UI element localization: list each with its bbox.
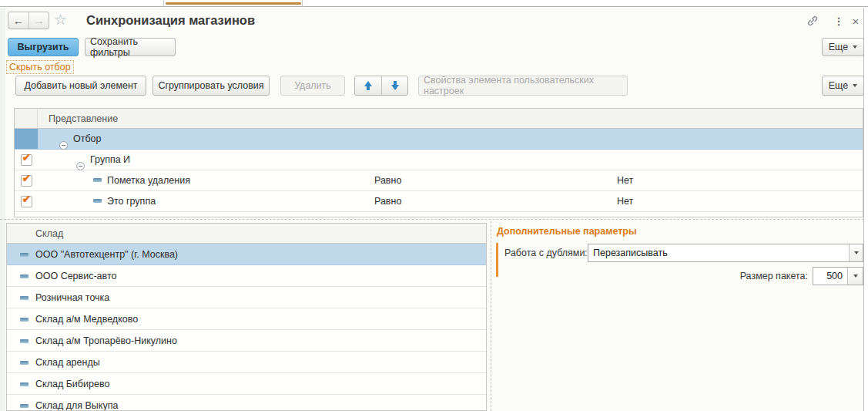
warehouse-item-icon [20,404,28,408]
tab-strip [0,0,868,7]
window-left-margin [0,8,5,411]
warehouse-item-icon [20,318,28,322]
warehouse-item-icon [20,275,28,278]
move-down-button[interactable] [381,76,407,95]
add-element-button[interactable]: Добавить новый элемент [15,76,146,96]
warehouse-row-label: Склад а/м Медведково [35,314,138,325]
tree-collapse-icon[interactable] [76,162,85,170]
additional-params-panel: Дополнительные параметры Работа с дублям… [494,223,863,411]
filter-row[interactable]: Отбор [15,129,863,150]
page-title: Синхронизация магазинов [86,13,255,28]
vertical-splitter[interactable] [491,221,491,411]
packet-size-label: Размер пакета: [704,271,808,281]
row-checkbox[interactable]: ✔ [21,154,32,166]
checkmark-icon: ✔ [22,193,32,205]
duplicates-dropdown-button[interactable] [849,244,863,261]
checkmark-icon: ✔ [22,172,32,184]
duplicates-combobox[interactable]: Перезаписывать [588,244,863,262]
chevron-down-icon [853,275,858,278]
row-checkbox-cell: ✔ [15,150,38,170]
warehouse-row[interactable]: Склад а/м Медведково [7,308,486,330]
window-menu-icon[interactable]: ⋮ [832,15,846,27]
close-icon[interactable]: × [849,15,863,27]
row-checkbox-cell [15,129,38,149]
warehouse-table: Склад ООО "Автотехцентр" (г. Москва)ООО … [6,223,487,411]
filter-row-label: Пометка удаления [107,175,190,186]
filter-row-label: Группа И [90,154,130,165]
get-link-icon[interactable] [806,15,819,27]
warehouse-row-label: Розничная точка [35,292,109,303]
active-tab-indicator [166,2,301,5]
chevron-down-icon [853,45,857,49]
arrow-up-stem [367,86,370,90]
filter-row-label: Это группа [107,196,156,207]
warehouse-row-label: Склад для Выкупа [35,400,118,411]
favorite-star-icon[interactable]: ☆ [54,12,67,28]
save-filters-button[interactable]: Сохранить фильтры [85,38,176,56]
more-button-filter[interactable]: Еще [822,76,864,96]
warehouse-item-icon [20,253,28,257]
arrow-up-icon [364,81,372,86]
link-icon [806,15,819,27]
more-button-top[interactable]: Еще [822,38,864,56]
packet-size-field[interactable]: 500 [813,267,863,285]
filter-value: Нет [617,175,633,186]
warehouse-row-label: Склад а/м Тропарёво-Никулино [35,335,177,346]
warehouse-item-icon [20,361,28,365]
warehouse-row[interactable]: Склад для Выкупа [7,395,486,411]
filter-row-content: Группа И [38,150,863,170]
user-settings-properties-button[interactable]: Свойства элемента пользовательских настр… [418,76,628,96]
filter-row[interactable]: ✔Группа И [15,150,863,170]
filter-row-content: Пометка удаленияРавноНет [38,170,863,190]
move-up-button[interactable] [355,76,381,95]
forward-button[interactable]: → [28,12,49,29]
params-accent-bar [496,243,498,277]
filter-item-icon [93,199,102,203]
more-button-label: Еще [829,42,848,52]
filter-row-label: Отбор [73,133,102,144]
warehouse-row[interactable]: ООО "Автотехцентр" (г. Москва) [7,244,486,265]
more-button-label: Еще [829,80,848,91]
duplicates-label: Работа с дублями: [504,248,588,258]
group-conditions-button[interactable]: Сгруппировать условия [152,76,270,96]
filter-row[interactable]: ✔Это группаРавноНет [15,191,863,212]
filter-value: Нет [617,196,633,207]
checkmark-icon: ✔ [22,151,32,163]
packet-size-dropdown-button[interactable] [847,268,863,285]
warehouse-row[interactable]: Розничная точка [7,287,486,308]
row-checkbox[interactable]: ✔ [21,196,32,207]
warehouse-row[interactable]: Склад а/м Тропарёво-Никулино [7,330,486,352]
tree-collapse-icon[interactable] [59,141,68,150]
filter-condition: Равно [374,196,401,207]
checkbox-column-header [15,109,38,128]
warehouse-item-icon [20,382,28,386]
warehouse-row[interactable]: ООО Сервис-авто [7,265,486,287]
warehouse-item-icon [20,339,28,343]
row-checkbox-cell: ✔ [15,170,38,190]
warehouse-row[interactable]: Склад Бибирево [7,373,486,395]
warehouse-table-header: Склад [7,224,486,244]
warehouse-table-rows: ООО "Автотехцентр" (г. Москва)ООО Сервис… [7,244,486,411]
warehouse-row-label: ООО Сервис-авто [35,271,116,281]
filter-row-content: Это группаРавноНет [38,191,863,211]
move-buttons-group [354,76,408,96]
form-window: ← → ☆ Синхронизация магазинов ⋮ × Выгруз… [0,8,864,411]
horizontal-splitter[interactable] [0,219,864,220]
filter-condition: Равно [374,175,401,186]
back-button[interactable]: ← [8,12,28,29]
warehouse-row-label: ООО "Автотехцентр" (г. Москва) [35,249,178,260]
params-panel-title: Дополнительные параметры [497,226,637,237]
filter-row-content: Отбор [38,129,863,149]
hide-filter-link[interactable]: Скрыть отбор [6,60,74,74]
warehouse-row-label: Склад аренды [35,357,100,368]
warehouse-row[interactable]: Склад аренды [7,352,486,373]
delete-button[interactable]: Удалить [280,76,345,96]
chevron-down-icon [853,84,857,87]
filter-row[interactable]: ✔Пометка удаленияРавноНет [15,170,863,191]
tab-separator [302,0,303,7]
filter-table: Представление Отбор✔Группа И✔Пометка уда… [14,108,863,217]
upload-button[interactable]: Выгрузить [8,38,79,56]
row-checkbox[interactable]: ✔ [21,175,32,187]
nav-history-group: ← → [8,12,49,29]
duplicates-combobox-value: Перезаписывать [588,244,849,261]
